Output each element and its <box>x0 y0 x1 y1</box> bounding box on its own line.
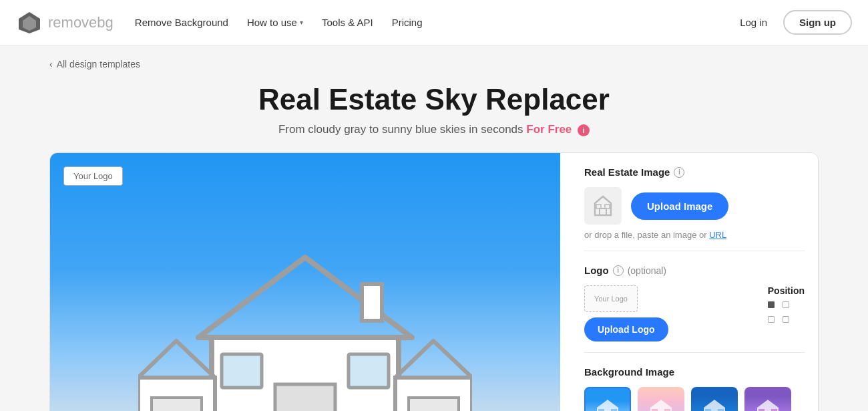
house-thumbnail <box>584 187 622 225</box>
position-bottom-right[interactable] <box>783 316 789 323</box>
nav-item-tools-api[interactable]: Tools & API <box>322 17 373 28</box>
logo-section: Logo i (optional) Your Logo Upload Logo … <box>584 265 805 341</box>
logo-info-icon[interactable]: i <box>613 265 624 276</box>
house-svg <box>138 231 472 411</box>
nav-item-how-to-use[interactable]: How to use ▾ <box>247 17 303 28</box>
real-estate-section: Real Estate Image i Upload Image <box>584 166 805 240</box>
svg-rect-6 <box>222 354 262 388</box>
bg-section-title: Background Image <box>584 366 805 378</box>
right-panel: Real Estate Image i Upload Image <box>571 153 818 411</box>
page-subtitle: From cloudy gray to sunny blue skies in … <box>49 123 819 136</box>
upload-image-button[interactable]: Upload Image <box>631 192 728 220</box>
svg-marker-10 <box>138 341 215 378</box>
logo-placeholder-thumb: Your Logo <box>584 285 638 312</box>
upload-logo-button[interactable]: Upload Logo <box>584 317 668 341</box>
preview-panel: Your Logo <box>50 153 560 411</box>
bg-house-4-icon <box>753 396 783 411</box>
for-free-badge: For Free <box>526 123 572 136</box>
chevron-down-icon: ▾ <box>300 19 303 26</box>
logo-position-row: Your Logo Upload Logo Position <box>584 285 805 341</box>
position-top-left[interactable] <box>768 301 775 308</box>
login-button[interactable]: Log in <box>732 11 775 33</box>
svg-rect-7 <box>349 354 389 388</box>
svg-marker-13 <box>395 341 472 378</box>
bg-option-3[interactable] <box>691 387 738 411</box>
upload-row: Upload Image <box>584 187 805 225</box>
position-bottom-left[interactable] <box>768 316 775 323</box>
bg-option-1[interactable] <box>584 387 631 411</box>
bg-option-4[interactable] <box>744 387 791 411</box>
svg-rect-5 <box>275 384 335 411</box>
svg-rect-14 <box>409 398 459 411</box>
position-control: Position <box>768 285 805 325</box>
nav-item-remove-bg[interactable]: Remove Background <box>135 17 228 28</box>
info-badge[interactable]: i <box>578 124 590 136</box>
divider-1 <box>584 251 805 251</box>
real-estate-info-icon[interactable]: i <box>674 167 684 178</box>
position-top-right[interactable] <box>783 301 789 308</box>
drop-hint: or drop a file, paste an image or URL <box>584 230 805 240</box>
optional-label: (optional) <box>628 265 666 276</box>
svg-rect-16 <box>600 209 606 215</box>
breadcrumb-label: All design templates <box>57 59 140 70</box>
bg-house-3-icon <box>700 396 729 411</box>
back-arrow-icon: ‹ <box>49 59 53 70</box>
bg-option-2[interactable] <box>638 387 684 411</box>
logo-text: removebg <box>48 14 114 31</box>
signup-button[interactable]: Sign up <box>783 10 852 35</box>
house-thumb-icon <box>591 194 615 218</box>
bg-images-row <box>584 387 805 411</box>
position-label: Position <box>768 285 805 296</box>
svg-rect-11 <box>152 398 202 411</box>
real-estate-section-title: Real Estate Image i <box>584 166 805 178</box>
position-grid <box>768 301 805 325</box>
svg-rect-8 <box>362 284 382 321</box>
main-content: ‹ All design templates Real Estate Sky R… <box>33 45 835 411</box>
logo-icon <box>16 9 43 36</box>
nav-links: Remove Background How to use ▾ Tools & A… <box>135 17 732 28</box>
navbar: removebg Remove Background How to use ▾ … <box>0 0 868 45</box>
house-illustration <box>138 231 472 411</box>
background-section: Background Image <box>584 366 805 411</box>
logo-section-title: Logo i (optional) <box>584 265 805 276</box>
page-title: Real Estate Sky Replacer <box>49 83 819 116</box>
svg-marker-15 <box>595 196 611 215</box>
nav-item-pricing[interactable]: Pricing <box>392 17 423 28</box>
breadcrumb[interactable]: ‹ All design templates <box>49 59 819 70</box>
selected-ring <box>584 387 631 411</box>
url-link[interactable]: URL <box>709 230 726 240</box>
nav-actions: Log in Sign up <box>732 10 852 35</box>
divider-2 <box>584 352 805 353</box>
logo-upload-area: Your Logo Upload Logo <box>584 285 760 341</box>
logo[interactable]: removebg <box>16 9 114 36</box>
bg-house-2-icon <box>646 396 676 411</box>
your-logo-badge: Your Logo <box>63 166 123 186</box>
tool-area: Your Logo <box>49 152 819 411</box>
